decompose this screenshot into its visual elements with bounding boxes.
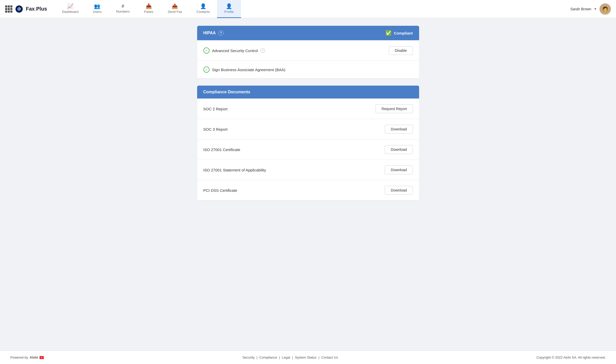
hipaa-help-icon[interactable]: ? xyxy=(218,30,223,36)
soc3-download-button[interactable]: Download xyxy=(385,125,413,134)
disable-button[interactable]: Disable xyxy=(389,46,413,55)
alohi-flag-icon: 🇨🇭 xyxy=(39,356,44,359)
iso27001-cert-download-button[interactable]: Download xyxy=(385,145,413,154)
send-fax-icon: 📤 xyxy=(172,4,178,9)
footer-link-legal[interactable]: Legal xyxy=(282,355,290,359)
footer-brand: Alohi xyxy=(30,355,38,359)
footer-link-compliance[interactable]: Compliance xyxy=(259,355,277,359)
nav-item-dashboard[interactable]: 📈 Dashboard xyxy=(55,0,86,18)
soc2-label: SOC 2 Report xyxy=(203,107,228,111)
footer-link-security[interactable]: Security xyxy=(242,355,254,359)
hipaa-status: Compliant xyxy=(394,31,413,35)
hipaa-title: HIPAA xyxy=(203,31,216,35)
iso27001-soa-download-button[interactable]: Download xyxy=(385,166,413,174)
baa-row: ✓ Sign Business Associate Agreement (BAA… xyxy=(197,61,419,78)
nav-item-contacts[interactable]: 👤 Contacts xyxy=(189,0,217,18)
pci-dss-label: PCI DSS Certificate xyxy=(203,188,237,193)
top-nav: Fax.Plus 📈 Dashboard 👥 Users # Numbers 📥… xyxy=(0,0,616,18)
faxes-icon: 📥 xyxy=(146,4,152,9)
soc3-row: SOC 3 Report Download xyxy=(197,119,419,139)
iso27001-soa-row: ISO 27001 Statement of Applicability Dow… xyxy=(197,160,419,180)
grid-menu-icon[interactable] xyxy=(5,5,12,13)
footer-powered-text: Powered by xyxy=(10,355,28,359)
nav-items: 📈 Dashboard 👥 Users # Numbers 📥 Faxes 📤 … xyxy=(55,0,570,18)
user-avatar: 🧑 xyxy=(599,3,611,15)
nav-user-area[interactable]: Sarah Brown ▼ 🧑 xyxy=(570,3,611,15)
nav-user-name: Sarah Brown xyxy=(570,7,591,11)
compliance-title: Compliance Documents xyxy=(203,90,250,94)
soc3-label: SOC 3 Report xyxy=(203,127,228,131)
faxplus-logo-icon xyxy=(14,4,24,14)
advanced-security-help-icon[interactable]: ? xyxy=(260,48,265,53)
soc2-row: SOC 2 Report Request Report xyxy=(197,98,419,119)
main-content: HIPAA ? ✅ Compliant ✓ Advanced Security … xyxy=(192,18,424,228)
request-report-button[interactable]: Request Report xyxy=(375,104,413,113)
pci-dss-row: PCI DSS Certificate Download xyxy=(197,180,419,200)
footer-link-contact-us[interactable]: Contact Us xyxy=(321,355,338,359)
footer-copyright: Copyright © 2022 Alohi SA. All rights re… xyxy=(537,355,606,359)
hipaa-card-header: HIPAA ? ✅ Compliant xyxy=(197,26,419,40)
iso27001-soa-label: ISO 27001 Statement of Applicability xyxy=(203,168,266,172)
advanced-security-check-icon: ✓ xyxy=(203,47,210,54)
advanced-security-label: ✓ Advanced Security Control ? xyxy=(203,47,265,54)
hipaa-header-left: HIPAA ? xyxy=(203,30,224,36)
footer-link-system-status[interactable]: System Status xyxy=(295,355,317,359)
advanced-security-row: ✓ Advanced Security Control ? Disable xyxy=(197,40,419,61)
compliance-card: Compliance Documents SOC 2 Report Reques… xyxy=(197,86,419,200)
hipaa-card: HIPAA ? ✅ Compliant ✓ Advanced Security … xyxy=(197,26,419,78)
nav-item-users[interactable]: 👥 Users xyxy=(86,0,109,18)
iso27001-cert-label: ISO 27001 Certificate xyxy=(203,147,240,152)
compliance-card-header: Compliance Documents xyxy=(197,86,419,98)
baa-check-icon: ✓ xyxy=(203,67,210,73)
user-dropdown-chevron: ▼ xyxy=(594,7,597,11)
nav-item-send-fax[interactable]: 📤 Send Fax xyxy=(161,0,189,18)
hipaa-header-right: ✅ Compliant xyxy=(385,30,413,36)
footer-links: Security | Compliance | Legal | System S… xyxy=(241,355,339,359)
compliant-check-icon: ✅ xyxy=(385,30,392,36)
dashboard-icon: 📈 xyxy=(67,4,74,9)
numbers-icon: # xyxy=(122,4,124,9)
footer: Powered by Alohi 🇨🇭 Security | Complianc… xyxy=(0,351,616,364)
nav-item-faxes[interactable]: 📥 Faxes xyxy=(137,0,161,18)
nav-item-profile[interactable]: 👤 Profile xyxy=(217,0,241,18)
users-icon: 👥 xyxy=(94,4,100,9)
profile-icon: 👤 xyxy=(226,4,232,9)
footer-left: Powered by Alohi 🇨🇭 xyxy=(10,355,44,359)
logo-area: Fax.Plus xyxy=(5,4,47,14)
iso27001-cert-row: ISO 27001 Certificate Download xyxy=(197,139,419,160)
pci-dss-download-button[interactable]: Download xyxy=(385,186,413,195)
logo-text: Fax.Plus xyxy=(26,6,47,12)
nav-item-numbers[interactable]: # Numbers xyxy=(109,0,137,18)
baa-label: ✓ Sign Business Associate Agreement (BAA… xyxy=(203,67,285,73)
contacts-icon: 👤 xyxy=(200,4,206,9)
